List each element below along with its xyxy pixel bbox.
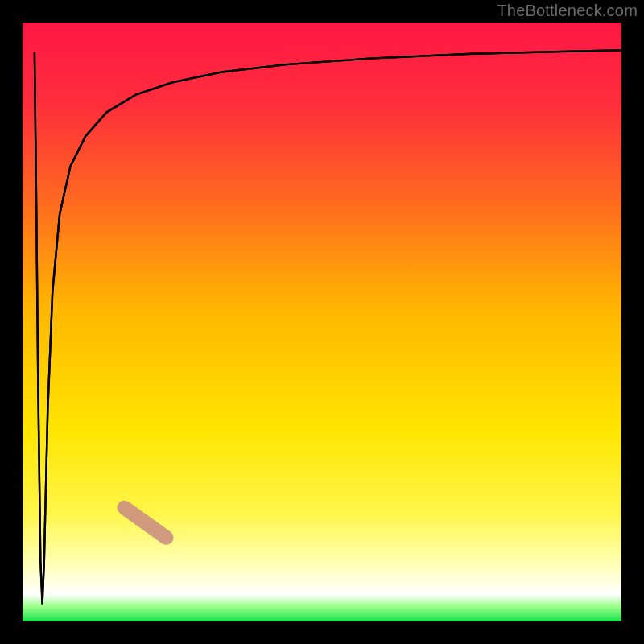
chart-canvas [0,0,644,644]
chart-frame: TheBottleneck.com [0,0,644,644]
watermark-text: TheBottleneck.com [497,2,638,20]
svg-rect-1 [23,23,621,621]
